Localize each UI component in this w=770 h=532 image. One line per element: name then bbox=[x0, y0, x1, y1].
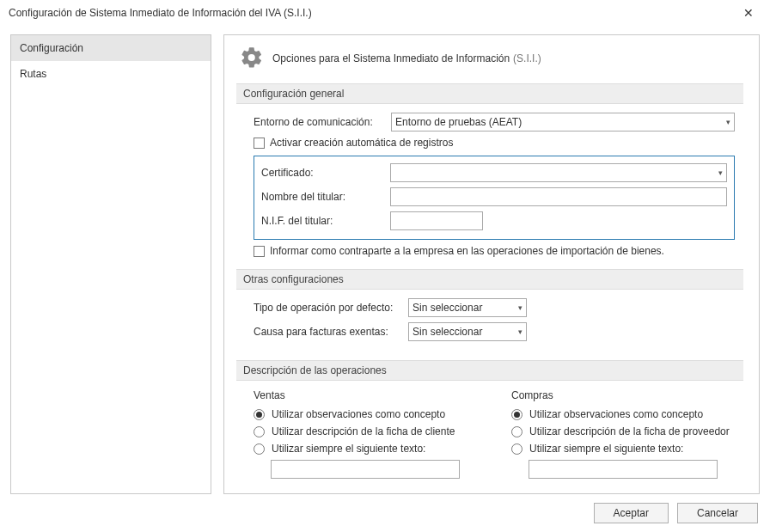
purchases-radio-ficha-label: Utilizar descripción de la ficha de prov… bbox=[529, 425, 730, 437]
chevron-down-icon: ▾ bbox=[718, 168, 723, 177]
gear-icon bbox=[240, 46, 264, 70]
sales-radio-obs-label: Utilizar observaciones como concepto bbox=[272, 408, 445, 420]
env-label: Entorno de comunicación: bbox=[254, 116, 391, 128]
purchases-radio-texto[interactable] bbox=[511, 443, 522, 455]
op-type-combo[interactable]: Sin seleccionar ▾ bbox=[408, 298, 527, 317]
certificate-frame: Certificado: ▾ Nombre del titular: N.I.F… bbox=[254, 156, 735, 240]
op-type-value: Sin seleccionar bbox=[412, 302, 482, 314]
section-header-desc: Descripción de las operaciones bbox=[236, 360, 743, 381]
chevron-down-icon: ▾ bbox=[726, 118, 730, 126]
cert-combo[interactable]: ▾ bbox=[390, 163, 727, 182]
purchases-radio-ficha[interactable] bbox=[511, 426, 522, 437]
sales-column: Ventas Utilizar observaciones como conce… bbox=[254, 389, 477, 479]
op-type-label: Tipo de operación por defecto: bbox=[254, 302, 408, 314]
counterpart-checkbox[interactable] bbox=[254, 246, 265, 257]
sales-radio-ficha[interactable] bbox=[254, 426, 265, 437]
purchases-radio-obs-label: Utilizar observaciones como concepto bbox=[529, 408, 703, 420]
cert-label: Certificado: bbox=[261, 167, 390, 179]
chevron-down-icon: ▾ bbox=[518, 303, 522, 312]
sidebar-item-configuracion[interactable]: Configuración bbox=[11, 35, 211, 61]
sidebar-item-rutas[interactable]: Rutas bbox=[11, 61, 211, 87]
exempt-label: Causa para facturas exentas: bbox=[254, 326, 408, 338]
auto-create-checkbox[interactable] bbox=[254, 138, 265, 149]
cancel-button[interactable]: Cancelar bbox=[677, 503, 758, 523]
purchases-radio-texto-label: Utilizar siempre el siguiente texto: bbox=[529, 443, 683, 455]
purchases-title: Compras bbox=[511, 389, 735, 401]
nif-input[interactable] bbox=[390, 211, 483, 230]
purchases-text-input[interactable] bbox=[529, 460, 718, 479]
env-combo-value: Entorno de pruebas (AEAT) bbox=[395, 116, 522, 128]
purchases-radio-obs[interactable] bbox=[511, 409, 522, 420]
titular-label: Nombre del titular: bbox=[261, 191, 390, 203]
titular-input[interactable] bbox=[390, 187, 727, 206]
sales-radio-texto-label: Utilizar siempre el siguiente texto: bbox=[272, 443, 425, 455]
page-title: Opciones para el Sistema Inmediato de In… bbox=[272, 51, 541, 64]
sales-radio-ficha-label: Utilizar descripción de la ficha de clie… bbox=[272, 425, 455, 437]
sales-radio-texto[interactable] bbox=[254, 443, 265, 455]
sales-text-input[interactable] bbox=[271, 460, 460, 479]
exempt-combo[interactable]: Sin seleccionar ▾ bbox=[408, 322, 527, 341]
section-header-general: Configuración general bbox=[236, 83, 743, 104]
sales-radio-obs[interactable] bbox=[254, 409, 265, 420]
dialog-footer: Aceptar Cancelar bbox=[0, 494, 770, 532]
purchases-column: Compras Utilizar observaciones como conc… bbox=[511, 389, 735, 479]
window-title: Configuración de Sistema Inmediato de In… bbox=[9, 7, 736, 19]
sidebar: Configuración Rutas bbox=[10, 34, 211, 494]
close-icon[interactable]: ✕ bbox=[736, 6, 761, 20]
page-title-suffix: (S.I.I.) bbox=[513, 52, 541, 64]
exempt-value: Sin seleccionar bbox=[412, 326, 482, 338]
main-panel: Opciones para el Sistema Inmediato de In… bbox=[223, 34, 760, 494]
section-header-other: Otras configuraciones bbox=[236, 269, 743, 290]
counterpart-label: Informar como contraparte a la empresa e… bbox=[270, 245, 664, 257]
titlebar: Configuración de Sistema Inmediato de In… bbox=[0, 0, 770, 26]
nif-label: N.I.F. del titular: bbox=[261, 215, 390, 227]
ok-button[interactable]: Aceptar bbox=[594, 503, 669, 523]
page-title-main: Opciones para el Sistema Inmediato de In… bbox=[272, 52, 510, 64]
env-combo[interactable]: Entorno de pruebas (AEAT) ▾ bbox=[391, 113, 735, 131]
sales-title: Ventas bbox=[254, 389, 477, 401]
auto-create-label: Activar creación automática de registros bbox=[270, 137, 453, 149]
chevron-down-icon: ▾ bbox=[518, 327, 522, 336]
